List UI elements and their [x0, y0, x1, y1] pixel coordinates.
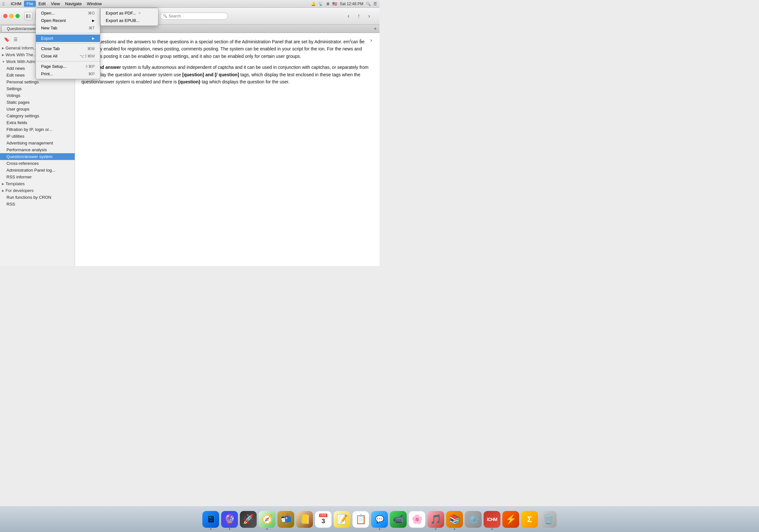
- sidebar-item-category-settings[interactable]: Category settings: [0, 112, 75, 119]
- menubar-ichm[interactable]: iCHM: [8, 1, 24, 7]
- sidebar-group-templates-label: Templates: [6, 181, 24, 186]
- sidebar-item-cross-references[interactable]: Cross-references: [0, 160, 75, 167]
- content-paragraph-2: estion and answer system is fully autono…: [81, 64, 373, 85]
- menu-new-tab[interactable]: New Tab ⌘T: [36, 24, 100, 32]
- sidebar-item-filtration[interactable]: Filtration by IP, login or...: [0, 126, 75, 133]
- sidebar-item-performance[interactable]: Performance analysis: [0, 146, 75, 153]
- apple-menu-icon[interactable]: : [3, 1, 4, 7]
- content-back-button[interactable]: ‹: [346, 36, 355, 45]
- language-icon[interactable]: 🇺🇸: [332, 2, 337, 6]
- sidebar-item-user-groups[interactable]: User groups: [0, 106, 75, 112]
- sidebar-group-developers[interactable]: ▶ For developers: [0, 187, 75, 194]
- file-menu-popup: Open... ⌘O Open Recent ▶ New Tab ⌘T Expo…: [36, 8, 100, 79]
- sidebar-group-general-label: General Inform...: [6, 46, 37, 51]
- notification-icon[interactable]: 🔔: [311, 2, 316, 6]
- triangle-icon: ▶: [2, 182, 4, 185]
- menu-export-epub-label: Export as EPUB...: [106, 18, 140, 23]
- menu-export[interactable]: Export ▶: [36, 35, 100, 42]
- menu-new-tab-shortcut: ⌘T: [82, 26, 95, 30]
- menu-export-epub[interactable]: Export as EPUB...: [100, 17, 158, 24]
- sidebar-item-rss[interactable]: RSS: [0, 201, 75, 208]
- nav-arrows: ‹ ↑ ›: [344, 12, 374, 21]
- forward-button[interactable]: ›: [365, 12, 374, 21]
- content-navigation: ‹ ↑ ›: [346, 36, 376, 45]
- svg-rect-3: [28, 17, 31, 18]
- menu-export-pdf[interactable]: Export as PDF... >: [100, 9, 158, 17]
- content-code-2: {question}: [178, 79, 200, 84]
- triangle-icon: ▶: [2, 189, 4, 192]
- content-up-button[interactable]: ↑: [356, 36, 365, 45]
- menubar:  iCHM File Edit View Navigate Window 🔔 …: [0, 0, 380, 8]
- minimize-button[interactable]: [9, 14, 14, 18]
- submenu-arrow-icon: ▶: [92, 19, 95, 22]
- menu-print-shortcut: ⌘P: [82, 72, 95, 76]
- menubar-edit[interactable]: Edit: [36, 1, 48, 7]
- menubar-file[interactable]: File: [24, 1, 36, 7]
- sidebar-group-work-the-label: Work With The...: [6, 52, 36, 57]
- sidebar-list-icon[interactable]: ☰: [12, 36, 20, 43]
- new-tab-button[interactable]: +: [372, 26, 378, 32]
- menu-close-all[interactable]: Close All ⌥⇧⌘W: [36, 52, 100, 60]
- menu-page-setup[interactable]: Page Setup... ⇧⌘P: [36, 63, 100, 70]
- sidebar-item-ip-utilities[interactable]: IP utilities: [0, 133, 75, 140]
- svg-rect-1: [28, 15, 31, 15]
- display-icon[interactable]: 🖥: [326, 2, 330, 6]
- back-button[interactable]: ‹: [344, 12, 353, 21]
- sidebar-group-work-adm-label: Work With Adm...: [6, 59, 38, 64]
- menu-open-label: Open...: [41, 11, 55, 16]
- sidebar-item-settings[interactable]: Settings: [0, 85, 75, 92]
- menu-separator-2: [36, 43, 100, 44]
- svg-rect-2: [28, 16, 31, 17]
- search-icon: 🔍: [163, 14, 168, 18]
- menu-print[interactable]: Print... ⌘P: [36, 70, 100, 78]
- sidebar-item-run-functions[interactable]: Run functions by CRON: [0, 194, 75, 201]
- up-button[interactable]: ↑: [354, 12, 363, 21]
- menu-open[interactable]: Open... ⌘O: [36, 9, 100, 17]
- sidebar-section-templates: ▶ Templates: [0, 180, 75, 187]
- menu-close-tab-shortcut: ⌘W: [81, 47, 95, 51]
- sidebar-item-personal-settings[interactable]: Personal settings: [0, 79, 75, 85]
- export-submenu-popup: Export as PDF... > Export as EPUB...: [100, 8, 158, 26]
- menu-open-recent[interactable]: Open Recent ▶: [36, 17, 100, 24]
- close-button[interactable]: [3, 14, 7, 18]
- sidebar-item-votings[interactable]: Votings: [0, 92, 75, 99]
- sidebar-item-extra-fields[interactable]: Extra fields: [0, 119, 75, 126]
- submenu-pdf-arrow-icon: >: [139, 11, 140, 15]
- sidebar-item-question-answer[interactable]: Question/answer system: [0, 153, 75, 160]
- svg-rect-0: [26, 14, 28, 18]
- sidebar-bookmark-icon[interactable]: 🔖: [3, 36, 10, 43]
- content-paragraph-1: a list of questions and the answers to t…: [81, 38, 373, 60]
- search-container: 🔍: [160, 13, 228, 20]
- menu-page-setup-shortcut: ⇧⌘P: [79, 64, 95, 69]
- sidebar-group-developers-label: For developers: [6, 188, 34, 193]
- content-forward-button[interactable]: ›: [367, 36, 376, 45]
- sidebar-item-rss-informer[interactable]: RSS informer: [0, 173, 75, 180]
- menubar-navigate[interactable]: Navigate: [62, 1, 84, 7]
- sidebar-item-static-pages[interactable]: Static pages: [0, 99, 75, 106]
- submenu-arrow-icon: ▶: [92, 37, 95, 40]
- sidebar-group-templates[interactable]: ▶ Templates: [0, 180, 75, 187]
- sidebar-item-admin-log[interactable]: Administration Panel log...: [0, 167, 75, 173]
- menu-separator-1: [36, 33, 100, 33]
- sidebar-item-advertising[interactable]: Advertising management: [0, 140, 75, 146]
- menubar-right: 🔔 📡 🖥 🇺🇸 Sat 12:48 PM 🔍 ☰: [311, 2, 377, 6]
- menu-print-label: Print...: [41, 71, 53, 76]
- maximize-button[interactable]: [16, 14, 20, 18]
- menu-close-tab[interactable]: Close Tab ⌘W: [36, 45, 100, 52]
- search-input[interactable]: [169, 14, 225, 19]
- menu-page-setup-label: Page Setup...: [41, 64, 66, 69]
- menu-export-label: Export: [41, 36, 53, 41]
- traffic-lights: [3, 14, 20, 18]
- content-text: a list of questions and the answers to t…: [81, 38, 373, 85]
- menu-close-all-shortcut: ⌥⇧⌘W: [73, 54, 95, 58]
- control-center-icon[interactable]: ☰: [373, 2, 377, 6]
- search-menubar-icon[interactable]: 🔍: [366, 2, 371, 6]
- sidebar-toggle-button[interactable]: [24, 12, 33, 20]
- airplay-icon[interactable]: 📡: [318, 2, 323, 6]
- menubar-window[interactable]: Window: [84, 1, 104, 7]
- clock: Sat 12:48 PM: [340, 2, 363, 6]
- triangle-icon: ▶: [2, 47, 4, 50]
- menu-open-shortcut: ⌘O: [81, 11, 95, 16]
- menubar-view[interactable]: View: [48, 1, 62, 7]
- menu-close-all-label: Close All: [41, 54, 58, 58]
